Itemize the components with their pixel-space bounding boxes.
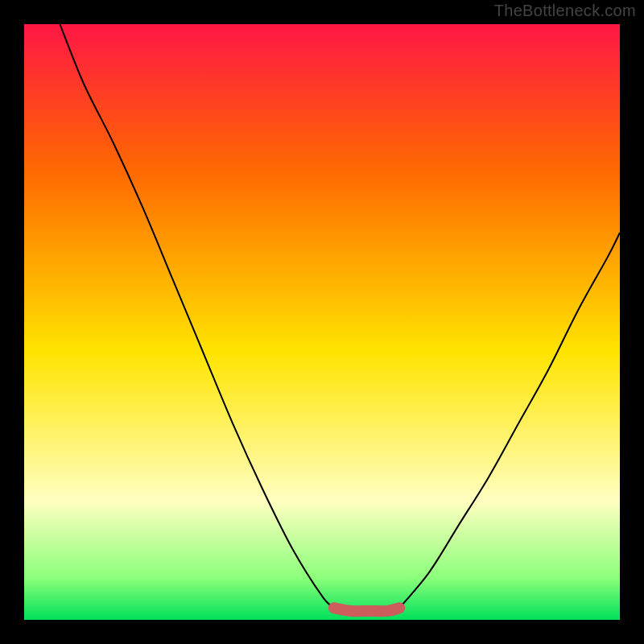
- plot-area: [24, 24, 620, 620]
- watermark-text: TheBottleneck.com: [494, 2, 636, 20]
- bottleneck-chart: [0, 0, 644, 644]
- optimal-zone-highlight: [334, 608, 399, 611]
- chart-frame: TheBottleneck.com: [0, 0, 644, 644]
